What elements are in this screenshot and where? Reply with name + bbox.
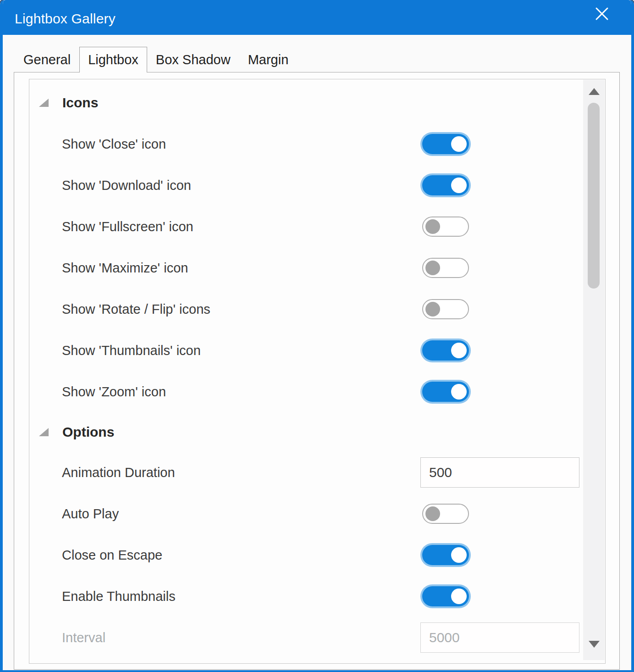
section-title: Options — [62, 424, 114, 440]
toggle-show-close-icon[interactable] — [422, 134, 469, 154]
scrollbar-thumb[interactable] — [588, 103, 600, 289]
setting-row: Enable Thumbnails — [30, 576, 583, 617]
setting-label: Show 'Zoom' icon — [30, 384, 420, 400]
setting-label: Close on Escape — [30, 548, 420, 563]
vertical-scrollbar[interactable] — [583, 80, 605, 660]
tab-box-shadow[interactable]: Box Shadow — [147, 47, 239, 72]
setting-label: Show 'Download' icon — [30, 178, 420, 193]
section-header-icons: Icons — [30, 90, 583, 116]
toggle-enable-thumbnails[interactable] — [422, 586, 469, 606]
lightbox-gallery-dialog: Lightbox Gallery General Lightbox Box Sh… — [0, 0, 634, 672]
setting-row: Auto Play — [30, 493, 583, 534]
arrow-down-icon — [589, 641, 600, 648]
tab-box-shadow-label: Box Shadow — [156, 52, 231, 67]
setting-label: Interval — [30, 630, 420, 645]
toggle-show-thumbnails-icon[interactable] — [422, 340, 469, 361]
arrow-up-icon — [589, 88, 600, 95]
setting-row: Show 'Rotate / Flip' icons — [30, 289, 583, 330]
setting-row: Show 'Download' icon — [30, 165, 583, 206]
animation-duration-input[interactable] — [420, 457, 579, 488]
close-icon — [594, 6, 610, 23]
setting-row: Animation Duration — [30, 452, 583, 493]
setting-row: Show 'Close' icon — [30, 123, 583, 165]
setting-row: Show 'Fullscreen' icon — [30, 206, 583, 247]
setting-row: Close on Escape — [30, 534, 583, 576]
toggle-auto-play[interactable] — [422, 504, 469, 524]
toggle-show-zoom-icon[interactable] — [422, 382, 469, 402]
close-button[interactable] — [592, 5, 612, 25]
setting-row: Interval — [30, 617, 583, 658]
tab-general-label: General — [23, 52, 71, 67]
dialog-body: General Lightbox Box Shadow Margin Icons — [3, 35, 631, 670]
tab-page-lightbox: Icons Show 'Close' icon Show 'Download' … — [14, 72, 620, 670]
section-header-options: Options — [30, 419, 583, 445]
tab-margin-label: Margin — [248, 52, 289, 67]
toggle-show-rotate-flip-icons[interactable] — [422, 299, 469, 319]
toggle-show-maximize-icon[interactable] — [422, 258, 469, 278]
tab-general[interactable]: General — [15, 47, 79, 72]
setting-row: Show 'Maximize' icon — [30, 247, 583, 289]
scroll-down-button[interactable] — [583, 633, 605, 655]
toggle-close-on-escape[interactable] — [422, 545, 469, 565]
scrollbar-track[interactable] — [583, 103, 605, 633]
interval-input[interactable] — [420, 622, 579, 653]
settings-content: Icons Show 'Close' icon Show 'Download' … — [30, 80, 583, 663]
toggle-show-download-icon[interactable] — [422, 175, 469, 195]
setting-label: Auto Play — [30, 506, 420, 522]
toggle-show-fullscreen-icon[interactable] — [422, 217, 469, 237]
dialog-title: Lightbox Gallery — [15, 8, 116, 27]
setting-row: Show 'Zoom' icon — [30, 371, 583, 412]
tab-strip: General Lightbox Box Shadow Margin — [15, 47, 297, 72]
setting-label: Show 'Rotate / Flip' icons — [30, 302, 420, 317]
tab-lightbox[interactable]: Lightbox — [79, 47, 147, 72]
title-bar: Lightbox Gallery — [3, 0, 631, 35]
collapse-triangle-icon[interactable] — [39, 428, 49, 436]
settings-scroll-panel: Icons Show 'Close' icon Show 'Download' … — [29, 79, 606, 664]
setting-row: Show 'Thumbnails' icon — [30, 330, 583, 371]
tab-margin[interactable]: Margin — [239, 47, 298, 72]
tab-lightbox-label: Lightbox — [88, 52, 138, 67]
setting-label: Enable Thumbnails — [30, 589, 420, 604]
setting-label: Show 'Close' icon — [30, 137, 420, 152]
section-title: Icons — [62, 95, 98, 111]
setting-label: Show 'Thumbnails' icon — [30, 343, 420, 358]
setting-label: Show 'Maximize' icon — [30, 261, 420, 276]
collapse-triangle-icon[interactable] — [39, 99, 49, 107]
setting-label: Animation Duration — [30, 465, 420, 480]
setting-label: Show 'Fullscreen' icon — [30, 219, 420, 234]
scroll-up-button[interactable] — [583, 80, 605, 103]
